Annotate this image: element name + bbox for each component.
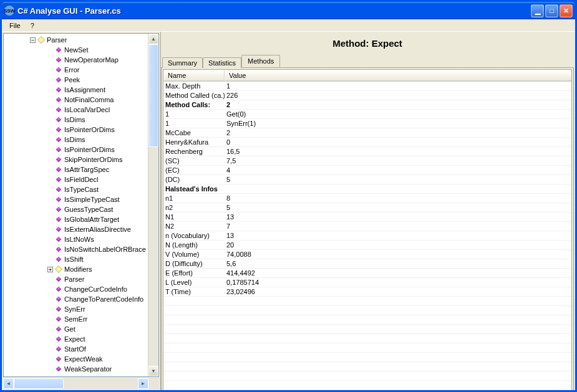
tree-item[interactable]: IsLocalVarDecl [5, 105, 148, 115]
tree-view[interactable]: −ParserNewSetNewOperatorMapErrorPeekIsAs… [3, 33, 159, 377]
table-row[interactable]: N27 [163, 222, 571, 231]
tree-item-label: IsNoSwitchLabelOrRBrace [64, 246, 146, 253]
table-row[interactable]: N113 [163, 213, 571, 222]
table-row[interactable]: Rechenberg16,5 [163, 147, 571, 156]
table-row[interactable]: D (Difficulty)5,6 [163, 259, 571, 269]
tree-item[interactable]: Error [5, 65, 148, 75]
table-row[interactable]: 1SynErr(1) [163, 119, 571, 128]
tree-item[interactable]: WeakSeparator [5, 364, 148, 374]
scroll-track[interactable] [148, 44, 158, 366]
tree-item[interactable]: IsPointerOrDims [5, 145, 148, 155]
tab-summary[interactable]: Summary [162, 57, 203, 68]
tree-item[interactable]: GuessTypeCast [5, 204, 148, 214]
tree-item[interactable]: IsAssignment [5, 85, 148, 95]
table-row[interactable]: L (Level)0,1785714 [163, 278, 571, 287]
table-row[interactable]: (SC)7,5 [163, 156, 571, 166]
table-row[interactable]: Method Calls:2 [163, 100, 571, 110]
hscroll-track[interactable] [14, 378, 138, 389]
tree-item[interactable]: IsShift [5, 254, 148, 264]
collapse-icon[interactable]: − [30, 37, 36, 43]
tree-item-label: IsAttrTargSpec [64, 166, 109, 173]
tree-item[interactable]: Peek [5, 75, 148, 85]
tree-item[interactable]: NewOperatorMap [5, 55, 148, 65]
tree-item[interactable]: +Modifiers [5, 264, 148, 274]
tree-item[interactable]: IsAttrTargSpec [5, 165, 148, 174]
tree-item[interactable]: IsExternAliasDirective [5, 224, 148, 234]
tree-item-label: Modifiers [64, 265, 92, 273]
metric-value: 5 [225, 204, 571, 211]
table-row[interactable]: (EC)4 [163, 166, 571, 175]
tree-item[interactable]: IsGlobalAttrTarget [5, 214, 148, 224]
method-icon [55, 106, 62, 113]
tree-item[interactable]: IsTypeCast [5, 184, 148, 194]
table-row[interactable]: (DC)5 [163, 175, 571, 184]
tree-item-label: NewOperatorMap [64, 56, 119, 64]
metric-name: n2 [163, 204, 225, 211]
tree-item[interactable]: IsPointerOrDims [5, 125, 148, 135]
tree-item[interactable]: IsNoSwitchLabelOrRBrace [5, 244, 148, 254]
tree-item[interactable]: SynErr [5, 304, 148, 314]
table-row[interactable]: V (Volume)74,0088 [163, 250, 571, 259]
table-row[interactable]: n25 [163, 203, 571, 213]
scroll-up-arrow-icon[interactable]: ▲ [148, 34, 158, 44]
table-row[interactable]: n (Vocabulary)13 [163, 231, 571, 241]
expand-icon[interactable]: + [47, 267, 53, 272]
tree-item[interactable]: IsDims [5, 135, 148, 145]
tree-item-label: IsSimpleTypeCast [64, 196, 120, 203]
table-row[interactable]: N (Length)20 [163, 241, 571, 250]
scroll-thumb[interactable] [148, 44, 158, 147]
maximize-button[interactable]: □ [545, 4, 558, 17]
tab-statistics[interactable]: Statistics [203, 57, 241, 68]
tree-item[interactable]: CS2 [5, 374, 148, 376]
method-icon [55, 176, 62, 183]
tree-horizontal-scrollbar[interactable]: ◄ ► [3, 378, 159, 389]
tree-item-label: SynErr [64, 305, 85, 313]
menu-help[interactable]: ? [26, 21, 39, 31]
tree-root[interactable]: −Parser [5, 35, 148, 45]
table-row[interactable]: McCabe2 [163, 128, 571, 138]
titlebar[interactable]: SSW C# Analyse GUI - Parser.cs ▁ □ ✕ [2, 2, 575, 19]
metrics-grid[interactable]: Name Value Max. Depth1Method Called (ca.… [163, 69, 572, 390]
table-row[interactable]: T (Time)23,02496 [163, 287, 571, 297]
tree-item[interactable]: Get [5, 324, 148, 334]
column-name-header[interactable]: Name [163, 70, 225, 81]
table-row[interactable]: Method Called (ca.)226 [163, 91, 571, 100]
table-row[interactable]: Henry&Kafura0 [163, 138, 571, 147]
tab-methods[interactable]: Methods [241, 55, 280, 67]
minimize-button[interactable]: ▁ [531, 4, 544, 17]
tree-item[interactable]: IsFieldDecl [5, 174, 148, 184]
table-row[interactable]: Halstead's Infos [163, 184, 571, 194]
tree-item[interactable]: NewSet [5, 45, 148, 55]
tree-item[interactable]: ChangeToParentCodeInfo [5, 294, 148, 304]
tree-vertical-scrollbar[interactable]: ▲ ▼ [148, 34, 158, 376]
close-button[interactable]: ✕ [560, 4, 573, 17]
column-value-header[interactable]: Value [225, 70, 571, 81]
metric-value: 0,1785714 [225, 279, 571, 286]
tree-item[interactable]: IsDims [5, 115, 148, 125]
tree-item[interactable]: IsSimpleTypeCast [5, 194, 148, 204]
tree-item[interactable]: ChangeCurCodeInfo [5, 284, 148, 294]
menu-file[interactable]: File [4, 21, 26, 31]
scroll-left-arrow-icon[interactable]: ◄ [3, 378, 14, 389]
table-row[interactable]: n18 [163, 194, 571, 203]
tree-item[interactable]: SemErr [5, 314, 148, 324]
tree-item[interactable]: IsLtNoWs [5, 234, 148, 244]
metric-value: 2 [225, 129, 571, 136]
table-row[interactable]: E (Effort)414,4492 [163, 269, 571, 278]
hscroll-thumb[interactable] [14, 378, 64, 389]
table-row[interactable]: Max. Depth1 [163, 82, 571, 91]
method-icon [55, 156, 62, 163]
tree-item[interactable]: NotFinalComma [5, 95, 148, 105]
tree-item[interactable]: SkipPointerOrDims [5, 155, 148, 165]
method-icon [55, 335, 62, 343]
tree-item[interactable]: StartOf [5, 344, 148, 354]
table-row[interactable]: 1Get(0) [163, 110, 571, 119]
tree-item[interactable]: ExpectWeak [5, 354, 148, 364]
scroll-down-arrow-icon[interactable]: ▼ [148, 366, 158, 376]
tree-item-label: CS2 [64, 375, 77, 376]
tree-item[interactable]: Expect [5, 334, 148, 344]
tree-item-label: IsPointerOrDims [64, 126, 115, 133]
tree-item-label: IsGlobalAttrTarget [64, 216, 119, 223]
scroll-right-arrow-icon[interactable]: ► [138, 378, 148, 389]
tree-item[interactable]: Parser [5, 274, 148, 284]
